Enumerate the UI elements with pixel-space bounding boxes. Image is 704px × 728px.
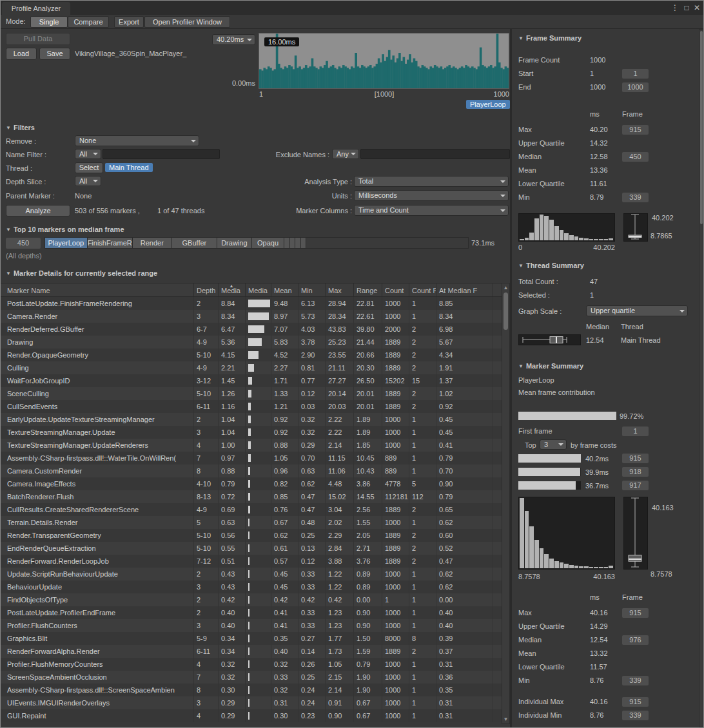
right-panel-scrollbar[interactable]: [699, 29, 703, 727]
table-row[interactable]: Camera.Render38.348.975.7328.3422.611000…: [1, 310, 502, 323]
table-row[interactable]: UIEvents.IMGUIRenderOverlays30.290.310.2…: [1, 696, 502, 709]
table-row[interactable]: SceneCulling5-101.261.330.1220.1420.0118…: [1, 387, 502, 400]
table-row[interactable]: Profiler.FlushMemoryCounters40.320.320.2…: [1, 658, 502, 671]
table-row[interactable]: PostLateUpdate.FinishFrameRendering28.84…: [1, 297, 502, 310]
table-row[interactable]: EarlyUpdate.UpdateTextureStreamingManage…: [1, 413, 502, 426]
table-row[interactable]: WaitForJobGroupID3-121.451.710.7727.2726…: [1, 374, 502, 387]
maximize-icon[interactable]: □: [681, 2, 692, 14]
mode-single-button[interactable]: Single: [30, 16, 68, 28]
selected-marker-chip[interactable]: PlayerLoop: [466, 100, 510, 109]
tab-profile-analyzer[interactable]: Profile Analyzer: [2, 2, 70, 15]
right-panel-scrollbar-thumb[interactable]: [700, 31, 703, 224]
table-row[interactable]: BehaviourUpdate30.430.450.331.220.891000…: [1, 580, 502, 593]
column-header-1-depth[interactable]: Depth: [194, 283, 219, 296]
top10-header[interactable]: ▼Top 10 markers on median frame: [6, 225, 124, 233]
exclude-dropdown[interactable]: Any: [332, 149, 359, 159]
name-filter-input[interactable]: [103, 149, 220, 159]
table-row[interactable]: Assembly-CSharp-firstpass.dll!::ScreenSp…: [1, 684, 502, 696]
table-row[interactable]: TextureStreamingManager.Update31.040.920…: [1, 426, 502, 439]
marker-columns-dropdown[interactable]: Time and Count: [354, 205, 509, 216]
table-row[interactable]: Camera.ImageEffects4-100.790.820.624.483…: [1, 477, 502, 490]
graph-scale-dropdown-thread[interactable]: Upper quartile: [586, 305, 688, 316]
column-header-4-mean[interactable]: Mean: [271, 283, 298, 296]
end-frame-chip[interactable]: 1000: [622, 82, 649, 92]
frame-chip[interactable]: 339: [622, 193, 649, 202]
table-row[interactable]: Render.OpaqueGeometry5-104.154.522.9023.…: [1, 349, 502, 361]
frame-time-graph[interactable]: 16.00ms: [259, 33, 509, 89]
table-row[interactable]: Render.TransparentGeometry5-100.560.620.…: [1, 529, 502, 542]
frame-chip[interactable]: 976: [622, 635, 649, 645]
column-header-6-max[interactable]: Max: [326, 283, 354, 296]
top-count-dropdown[interactable]: 3: [540, 439, 567, 450]
table-row[interactable]: Camera.CustomRender80.880.960.6311.0610.…: [1, 465, 502, 477]
column-header-9-count-fra[interactable]: Count Fra: [409, 283, 436, 296]
table-row[interactable]: EndRenderQueueExtraction5-100.550.610.13…: [1, 542, 502, 555]
frame-summary-header[interactable]: ▼Frame Summary: [518, 34, 582, 42]
marker-summary-header[interactable]: ▼Marker Summary: [518, 362, 583, 370]
top10-segment[interactable]: [284, 238, 290, 248]
frame-chip[interactable]: 450: [622, 152, 649, 162]
table-row[interactable]: Update.ScriptRunBehaviourUpdate20.430.45…: [1, 568, 502, 580]
table-row[interactable]: CullSendEvents6-111.161.210.0320.0320.01…: [1, 400, 502, 413]
close-icon[interactable]: ✕: [692, 2, 702, 14]
frame-chip[interactable]: 915: [622, 697, 649, 707]
top10-bar[interactable]: PlayerLoopFinishFrameRRenderGBufferDrawi…: [44, 237, 469, 249]
table-row[interactable]: Graphics.Blit5-90.340.350.271.771.508000…: [1, 632, 502, 645]
first-frame-chip[interactable]: 1: [622, 426, 649, 436]
thread-select-button[interactable]: Select: [75, 162, 103, 173]
frame-chip[interactable]: 915: [622, 125, 649, 135]
top10-segment-drawing[interactable]: Drawing: [217, 238, 252, 248]
frame-chip[interactable]: 339: [622, 676, 649, 685]
column-header-2-media[interactable]: ▲Media: [219, 283, 246, 296]
column-header-7-range[interactable]: Range: [354, 283, 382, 296]
save-button[interactable]: Save: [39, 48, 70, 60]
column-header-3-media[interactable]: Media: [246, 283, 271, 296]
start-frame-chip[interactable]: 1: [622, 69, 649, 79]
units-dropdown[interactable]: Milliseconds: [354, 190, 509, 201]
table-row[interactable]: ScreenSpaceAmbientOcclusion70.320.330.25…: [1, 671, 502, 684]
column-header-10-at-median-f[interactable]: At Median F: [436, 283, 493, 296]
table-row[interactable]: CullResults.CreateSharedRendererScene4-9…: [1, 503, 502, 516]
remove-dropdown[interactable]: None: [75, 135, 199, 146]
frame-chip[interactable]: 915: [622, 454, 649, 463]
table-row[interactable]: GUI.Repaint40.290.300.230.900.67100010.3…: [1, 709, 502, 722]
frame-chip[interactable]: 915: [622, 608, 649, 618]
table-row[interactable]: Profiler.FlushCounters30.400.410.331.230…: [1, 619, 502, 632]
panel-splitter[interactable]: [510, 29, 512, 728]
name-filter-dropdown[interactable]: All: [75, 149, 101, 159]
load-button[interactable]: Load: [6, 48, 37, 60]
top10-segment-gbuffer[interactable]: GBuffer: [172, 238, 217, 248]
column-header-5-min[interactable]: Min: [298, 283, 326, 296]
column-header-8-count[interactable]: Count: [382, 283, 409, 296]
top10-segment-finishframer[interactable]: FinishFrameR: [88, 238, 133, 248]
table-scrollbar[interactable]: ▲ ▼: [502, 283, 510, 724]
column-header-0-marker-name[interactable]: Marker Name: [1, 283, 194, 296]
table-row[interactable]: Assembly-CSharp-firstpass.dll!::WaterTil…: [1, 452, 502, 465]
graph-scale-dropdown[interactable]: 40.20ms: [212, 34, 255, 45]
table-row[interactable]: Culling4-92.212.270.8121.1120.30188921.9…: [1, 361, 502, 374]
table-row[interactable]: Drawing4-95.365.833.7825.2321.44188925.6…: [1, 336, 502, 349]
frame-chip[interactable]: 917: [622, 481, 649, 490]
top10-segment[interactable]: [290, 238, 296, 248]
table-scrollbar-thumb[interactable]: [504, 292, 508, 330]
depth-slice-dropdown[interactable]: All: [75, 176, 101, 186]
thread-summary-header[interactable]: ▼Thread Summary: [518, 262, 584, 269]
marker-details-header[interactable]: ▼Marker Details for currently selected r…: [6, 269, 157, 277]
filters-header[interactable]: ▼Filters: [6, 124, 35, 131]
table-row[interactable]: TextureStreamingManager.UpdateRenderers4…: [1, 439, 502, 452]
table-row[interactable]: RenderForwardAlpha.Render6-110.340.400.1…: [1, 645, 502, 658]
table-row[interactable]: Terrain.Details.Render50.630.670.482.021…: [1, 516, 502, 529]
top10-segment-opaqu[interactable]: Opaqu: [252, 238, 285, 248]
table-row[interactable]: PostLateUpdate.ProfilerEndFrame20.400.41…: [1, 606, 502, 619]
top10-segment-playerloop[interactable]: PlayerLoop: [45, 238, 88, 248]
frame-chip[interactable]: 339: [622, 711, 649, 720]
scroll-down-icon[interactable]: ▼: [502, 716, 509, 722]
top10-segment[interactable]: [295, 238, 301, 248]
top10-segment[interactable]: [301, 238, 307, 248]
table-row[interactable]: FindObjectsOfType20.420.420.420.420.0011…: [1, 593, 502, 606]
exclude-names-input[interactable]: [360, 149, 510, 159]
frame-chip[interactable]: 918: [622, 467, 649, 477]
top10-segment-render[interactable]: Render: [133, 238, 172, 248]
table-row[interactable]: RenderForward.RenderLoopJob7-120.510.570…: [1, 555, 502, 568]
mode-compare-button[interactable]: Compare: [68, 16, 109, 28]
